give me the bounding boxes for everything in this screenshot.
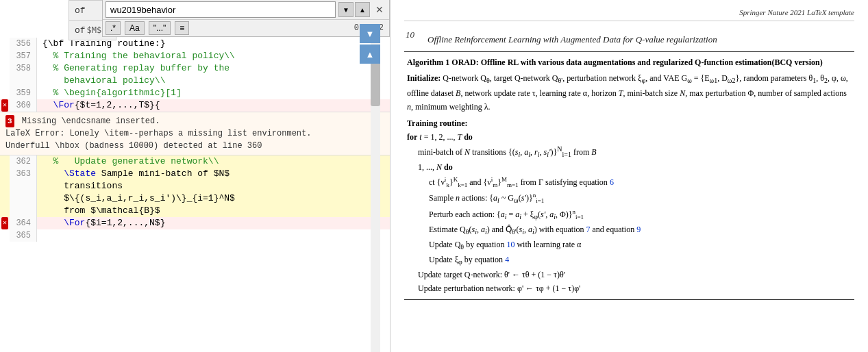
line-prefix-358: [0, 62, 10, 75]
for-n-line: 1, ..., N do: [418, 161, 852, 175]
mini-batch-line: mini-batch of N transitions {(si, ai, ri…: [418, 144, 852, 161]
section-content-cell: Offline Reinforcement Learning with Augm…: [427, 28, 853, 50]
sample-line: Sample n actions: {ai ~ Gω(s')}ni=1: [429, 190, 852, 207]
line-prefix-363: [0, 168, 10, 180]
error-line-2: LaTeX Error: Lonely \item--perhaps a mis…: [5, 129, 311, 138]
of-text-2: of: [75, 25, 86, 36]
section-number-cell: 10: [406, 28, 426, 50]
code-line-356: 356 {\bf Training routine:}: [0, 38, 390, 50]
for-t-keyword: for: [407, 132, 417, 142]
line-number-363b: [10, 180, 37, 192]
code-line-359: 359 % \begin{algorithmic}[1]: [0, 87, 390, 99]
code-line-364: ✕ 364 \For{$i=1,2,...,N$}: [0, 217, 390, 229]
doc-header: Springer Nature 2021 LaTeX template: [404, 8, 854, 21]
code-line-363c: $\{(s_i,a_i,r_i,s_i')\}_{i=1}^N$: [0, 192, 390, 205]
search-input[interactable]: [106, 1, 336, 18]
search-nav-group: ▼ ▲: [338, 2, 370, 17]
training-bold: Training routine:: [407, 118, 468, 128]
search-word-button[interactable]: "...": [149, 21, 171, 35]
code-line-358: 358 % Generating replay buffer by the: [0, 62, 390, 75]
update-xi-line: Update ξφ by equation 4: [429, 253, 852, 268]
update-q-line: Update Qθ by equation 10 with learning r…: [429, 238, 852, 253]
nav-down-arrow[interactable]: ▼: [360, 24, 380, 43]
search-row-bottom: .* Aa "..." ≡ 0 of 2: [103, 19, 389, 36]
doc-section-row: 10 Offline Reinforcement Learning with A…: [406, 28, 853, 50]
perturb-line: Perturb each action: {ai = ai + ξφ(s', a…: [429, 207, 852, 223]
code-area: 356 {\bf Training routine:} 357 % Traini…: [0, 38, 390, 352]
search-filter-button[interactable]: ≡: [175, 21, 189, 35]
code-line-357: 357 % Training the behavioral policy\\: [0, 50, 390, 62]
line-content-359: % \begin{algorithmic}[1]: [37, 87, 182, 99]
for-args-360: {$t=1,2,...,T$}{: [75, 100, 160, 110]
editor-panel: of of $M$ ▼ ▲ ✕ .* Aa "..." ≡ 0 of 2 ▼ ▲: [0, 0, 390, 352]
doc-section-table: 10 Offline Reinforcement Learning with A…: [404, 27, 854, 51]
line-number-357: 357: [10, 50, 37, 62]
error-panel: 3 Missing \endcsname inserted. LaTeX Err…: [0, 112, 390, 155]
initialize-text: Q-network Qθ, target Q-network Qθ', pert…: [407, 73, 848, 112]
line-prefix-363d: [0, 205, 10, 217]
doc-panel: Springer Nature 2021 LaTeX template 10 O…: [390, 0, 868, 352]
update-perturb-line: Update perturbation network: φ' ← τφ + (…: [418, 282, 852, 296]
code-line-360: ✕ 360 \For{$t=1,2,...,T$}{: [0, 99, 390, 112]
line-number-364: 364: [10, 217, 37, 229]
search-case-button[interactable]: Aa: [125, 21, 145, 35]
for-keyword-364: \For: [64, 218, 85, 228]
line-number-362: 362: [10, 155, 37, 168]
initialize-label: Initialize:: [407, 73, 441, 83]
state-keyword: \State: [64, 168, 96, 179]
algorithm-box: Algorithm 1 ORAD: Offline RL with variou…: [404, 51, 854, 300]
section-number: 10: [406, 29, 414, 40]
line-prefix-360: ✕: [0, 99, 10, 112]
search-next-button[interactable]: ▲: [355, 2, 370, 17]
update-target-line: Update target Q-network: θ' ← τθ + (1 − …: [418, 268, 852, 282]
code-line-358b: behavioral policy\\: [0, 75, 390, 87]
line-number-360: 360: [10, 99, 37, 112]
search-bar: ▼ ▲ ✕ .* Aa "..." ≡ 0 of 2: [102, 0, 390, 37]
line-prefix-356: [0, 38, 10, 50]
select-line: ct {νik}Kk=1 and {νim}Mm=1 from Γ satisf…: [429, 175, 852, 190]
line-content-357: % Training the behavioral policy\\: [37, 50, 235, 62]
error-line-3: Underfull \hbox (badness 10000) detected…: [5, 141, 262, 151]
line-prefix-364: ✕: [0, 217, 10, 229]
error-badge: 3: [5, 115, 14, 127]
search-close-button[interactable]: ✕: [373, 4, 386, 15]
line-number-358: 358: [10, 62, 37, 75]
search-regex-button[interactable]: .*: [106, 21, 121, 35]
search-prev-button[interactable]: ▼: [338, 2, 354, 17]
line-number-356: 356: [10, 38, 37, 50]
line-content-360: \For{$t=1,2,...,T$}{: [37, 99, 160, 112]
line-content-363b: transitions: [37, 180, 123, 192]
line-number-363: 363: [10, 168, 37, 180]
training-routine-label: Training routine:: [407, 117, 852, 131]
code-line-362: 362 % Update generative network\\: [0, 155, 390, 168]
for-t-range: t = 1, 2, ..., T: [419, 132, 462, 142]
algorithm-title: Algorithm 1 ORAD: Offline RL with variou…: [407, 56, 852, 69]
line-prefix-358b: [0, 75, 10, 87]
editor-scrollbar[interactable]: [371, 38, 380, 352]
code-line-363b: transitions: [0, 180, 390, 192]
line-prefix-363b: [0, 180, 10, 192]
line-prefix-365: [0, 229, 10, 242]
algorithm-body: Initialize: Q-network Qθ, target Q-netwo…: [407, 72, 852, 295]
nav-up-arrow[interactable]: ▲: [360, 45, 380, 64]
for-t-line: for t = 1, 2, ..., T do: [407, 131, 852, 144]
line-content-365: [37, 229, 42, 242]
line-content-358: % Generating replay buffer by the: [37, 62, 230, 75]
line-number-358b: [10, 75, 37, 87]
line-prefix-359: [0, 87, 10, 99]
do-keyword: do: [464, 132, 473, 142]
error-x-360: ✕: [1, 99, 8, 112]
algo-title-text: Algorithm 1 ORAD: Offline RL with variou…: [407, 58, 823, 67]
line-content-362: % Update generative network\\: [37, 155, 219, 168]
estimate-line: Estimate Qθ(si, ai) and Q̂θ'(si, ai) wit…: [429, 223, 852, 238]
line-prefix-357: [0, 50, 10, 62]
line-content-364: \For{$i=1,2,...,N$}: [37, 217, 165, 229]
code-line-363d: from $\mathcal{B}$: [0, 205, 390, 217]
line-number-359: 359: [10, 87, 37, 99]
line-prefix-363c: [0, 192, 10, 205]
code-line-365: 365: [0, 229, 390, 242]
line-content-363d: from $\mathcal{B}$: [37, 205, 160, 217]
scroll-text: $M$: [87, 25, 102, 35]
line-content-363c: $\{(s_i,a_i,r_i,s_i')\}_{i=1}^N$: [37, 192, 235, 205]
search-row-top: ▼ ▲ ✕: [103, 0, 389, 19]
